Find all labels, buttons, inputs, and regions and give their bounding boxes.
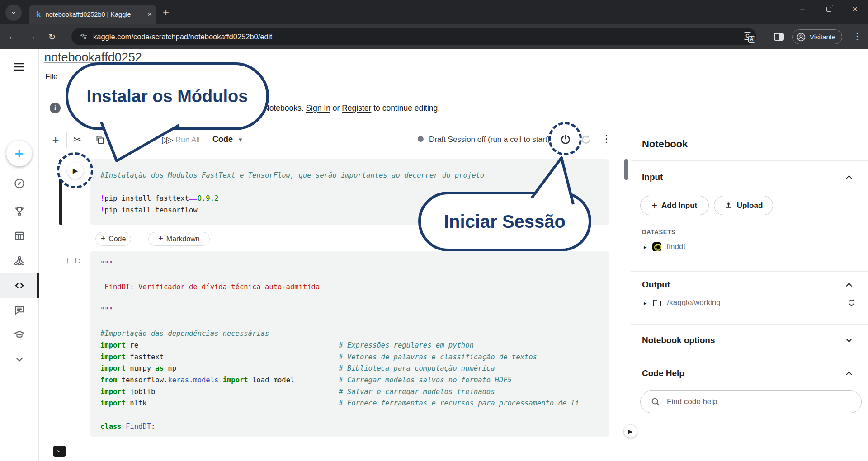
browser-tab[interactable]: k notebookaffd0252b0 | Kaggle ×: [29, 5, 156, 24]
paste-cell-button[interactable]: [114, 128, 128, 151]
chevron-up-icon: [845, 174, 853, 180]
panel-divider: [631, 271, 868, 272]
browser-tab-bar: k notebookaffd0252b0 | Kaggle × + – ×: [0, 0, 868, 24]
code-icon: [13, 280, 26, 292]
banner-text-prefix: Notebooks.: [264, 103, 304, 113]
site-settings-icon[interactable]: [80, 33, 88, 41]
sidebar-item-learn[interactable]: [0, 322, 39, 347]
dataset-row[interactable]: ▸ finddt: [644, 242, 685, 251]
disclosure-icon[interactable]: ▸: [644, 244, 647, 250]
annotation-bubble-install-modules: Instalar os Módulos: [66, 62, 269, 130]
dataset-name[interactable]: finddt: [667, 242, 686, 251]
back-button[interactable]: ←: [5, 29, 20, 44]
translate-icon[interactable]: G A: [744, 32, 755, 44]
refresh-icon: [847, 298, 856, 307]
add-markdown-button[interactable]: + Markdown: [148, 232, 210, 246]
input-collapse-button[interactable]: [845, 174, 853, 180]
upload-icon: [724, 201, 733, 210]
window-restore-button[interactable]: [816, 0, 842, 18]
notebook-scrollbar[interactable]: [624, 159, 628, 180]
notebook-panel: Notebook Input + Add Input Upload DATASE…: [631, 49, 868, 461]
add-code-button[interactable]: + Code: [95, 232, 131, 246]
code-help-collapse-button[interactable]: [845, 371, 853, 376]
output-section-title: Output: [642, 280, 670, 290]
panel-divider: [631, 160, 868, 161]
copy-cell-button[interactable]: [93, 128, 107, 151]
side-panel-icon[interactable]: [774, 33, 784, 41]
bubble-text: Instalar os Módulos: [87, 87, 248, 106]
screen: k notebookaffd0252b0 | Kaggle × + – × ← …: [0, 0, 868, 461]
dataset-icon: [652, 242, 661, 251]
hamburger-menu-button[interactable]: [0, 55, 39, 79]
sign-in-link[interactable]: Sign In: [306, 103, 330, 113]
toolbar-divider: [134, 132, 134, 148]
code-help-title: Code Help: [642, 368, 684, 378]
sidebar-item-competitions[interactable]: [0, 199, 39, 224]
kaggle-favicon: k: [36, 9, 41, 19]
disclosure-icon[interactable]: ▸: [644, 300, 647, 306]
tab-search-button[interactable]: [5, 5, 22, 21]
notebook-menu-icon[interactable]: ⋮: [601, 133, 612, 145]
register-link[interactable]: Register: [342, 103, 371, 113]
plus-icon: +: [158, 234, 163, 244]
toolbar-divider: [203, 132, 203, 148]
kaggle-sidebar: +: [0, 49, 39, 461]
options-expand-button[interactable]: [845, 338, 853, 343]
panel-expand-button[interactable]: ▶: [623, 424, 637, 438]
restore-icon: [826, 7, 831, 12]
code-cell-2[interactable]: """ FindDT: Verificador de dívida técnic…: [90, 251, 609, 437]
sidebar-more-button[interactable]: [0, 348, 39, 372]
power-button-annotation-circle: [548, 122, 582, 155]
forward-button[interactable]: →: [24, 29, 40, 44]
window-close-button[interactable]: ×: [842, 0, 868, 18]
cell-type-dropdown[interactable]: Code: [212, 135, 233, 144]
run-cell-button[interactable]: ▷: [141, 128, 155, 151]
panel-divider: [631, 357, 868, 357]
new-tab-button[interactable]: +: [163, 7, 169, 18]
cut-cell-button[interactable]: ✂: [71, 128, 84, 151]
models-network-icon: [14, 255, 25, 267]
chevron-up-icon: [845, 371, 853, 376]
tab-close-icon[interactable]: ×: [147, 10, 152, 19]
sidebar-item-code[interactable]: [0, 273, 39, 298]
reload-button[interactable]: ↻: [44, 29, 60, 44]
code-help-input[interactable]: [667, 397, 839, 406]
discussion-icon: [14, 304, 25, 316]
panel-divider: [631, 324, 868, 325]
run-all-label[interactable]: Run All: [175, 136, 200, 145]
banner-text-or: or: [333, 103, 340, 113]
output-folder-row[interactable]: ▸ /kaggle/working: [644, 298, 721, 307]
cell-run-button[interactable]: ▶: [67, 162, 84, 179]
create-button[interactable]: +: [6, 141, 32, 166]
cell2-editor[interactable]: """ FindDT: Verificador de dívida técnic…: [90, 251, 609, 433]
sidebar-item-home[interactable]: [0, 171, 39, 196]
bubble-text: Iniciar Sessão: [444, 212, 566, 232]
address-box[interactable]: kaggle.com/code/scratchpad/notebookaffd0…: [71, 28, 756, 45]
sidebar-item-discussions[interactable]: [0, 298, 39, 322]
output-collapse-button[interactable]: [845, 282, 853, 287]
plus-icon: +: [652, 200, 657, 211]
add-cell-button[interactable]: +: [49, 128, 62, 151]
notebook-options-title: Notebook options: [642, 335, 715, 345]
sidebar-item-datasets[interactable]: [0, 224, 39, 248]
add-input-button[interactable]: + Add Input: [640, 196, 709, 215]
window-minimize-button[interactable]: –: [789, 0, 816, 18]
browser-url-bar: ← → ↻ kaggle.com/code/scratchpad/noteboo…: [0, 24, 868, 49]
code-help-search[interactable]: [640, 390, 862, 413]
chevron-down-icon[interactable]: ▾: [239, 136, 242, 144]
run-all-icon[interactable]: ▷▷: [158, 128, 175, 151]
upload-label: Upload: [737, 201, 763, 210]
browser-menu-icon[interactable]: ⋮: [853, 31, 862, 42]
profile-label: Visitante: [810, 33, 835, 41]
compass-icon: [14, 178, 25, 189]
toolbar-divider: [66, 132, 67, 148]
browser-profile-chip[interactable]: Visitante: [792, 29, 842, 44]
sidebar-item-models[interactable]: [0, 249, 39, 273]
session-status-dot: [418, 136, 424, 142]
chevron-up-icon: [845, 282, 853, 287]
datasets-grid-icon: [14, 230, 25, 242]
upload-button[interactable]: Upload: [714, 196, 773, 215]
output-refresh-button[interactable]: [847, 298, 856, 307]
menu-file[interactable]: File: [45, 72, 57, 81]
terminal-icon[interactable]: >_: [53, 446, 66, 457]
